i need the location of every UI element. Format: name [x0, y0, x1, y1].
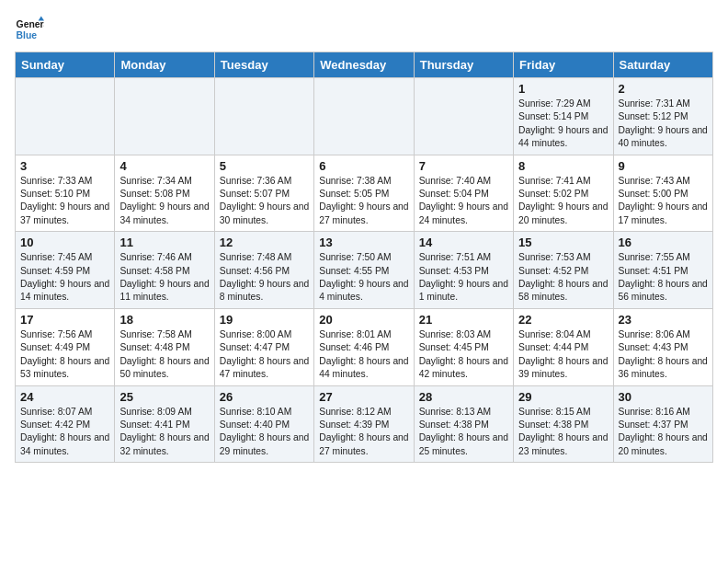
day-info: Sunrise: 7:29 AM Sunset: 5:14 PM Dayligh… [518, 98, 608, 151]
day-info: Sunrise: 7:56 AM Sunset: 4:49 PM Dayligh… [20, 328, 109, 382]
day-info: Sunrise: 7:48 AM Sunset: 4:56 PM Dayligh… [220, 251, 309, 304]
day-info: Sunrise: 7:58 AM Sunset: 4:48 PM Dayligh… [119, 328, 209, 382]
day-info: Sunrise: 7:53 AM Sunset: 4:52 PM Dayligh… [518, 251, 608, 304]
day-info: Sunrise: 8:15 AM Sunset: 4:38 PM Dayligh… [518, 406, 608, 459]
day-info: Sunrise: 7:45 AM Sunset: 4:59 PM Dayligh… [20, 251, 109, 304]
day-info: Sunrise: 7:46 AM Sunset: 4:58 PM Dayligh… [119, 251, 209, 304]
day-info: Sunrise: 8:06 AM Sunset: 4:43 PM Dayligh… [619, 328, 708, 382]
day-info: Sunrise: 8:04 AM Sunset: 4:44 PM Dayligh… [518, 328, 608, 382]
svg-marker-2 [39, 17, 44, 21]
day-number: 21 [419, 313, 508, 327]
calendar-day-cell: 2Sunrise: 7:31 AM Sunset: 5:12 PM Daylig… [613, 78, 712, 155]
calendar-day-cell [115, 78, 214, 155]
day-number: 29 [518, 390, 608, 404]
calendar-day-cell: 12Sunrise: 7:48 AM Sunset: 4:56 PM Dayli… [214, 232, 313, 309]
day-number: 8 [518, 159, 608, 173]
calendar-day-cell: 24Sunrise: 8:07 AM Sunset: 4:42 PM Dayli… [16, 385, 115, 463]
day-number: 17 [20, 313, 109, 327]
day-info: Sunrise: 8:01 AM Sunset: 4:46 PM Dayligh… [319, 328, 408, 382]
calendar-week-row: 17Sunrise: 7:56 AM Sunset: 4:49 PM Dayli… [16, 308, 713, 385]
day-number: 12 [220, 236, 309, 249]
calendar-day-cell: 15Sunrise: 7:53 AM Sunset: 4:52 PM Dayli… [514, 232, 613, 309]
day-number: 6 [319, 159, 408, 173]
day-info: Sunrise: 7:40 AM Sunset: 5:04 PM Dayligh… [419, 175, 508, 228]
calendar-day-cell: 27Sunrise: 8:12 AM Sunset: 4:39 PM Dayli… [314, 385, 414, 463]
calendar-day-cell: 6Sunrise: 7:38 AM Sunset: 5:05 PM Daylig… [314, 155, 414, 232]
day-number: 19 [220, 313, 309, 327]
day-number: 25 [119, 390, 209, 404]
day-info: Sunrise: 7:41 AM Sunset: 5:02 PM Dayligh… [518, 175, 608, 228]
svg-text:General: General [17, 19, 44, 29]
day-number: 11 [119, 236, 209, 249]
calendar-day-cell [314, 78, 414, 155]
calendar-table: SundayMondayTuesdayWednesdayThursdayFrid… [15, 52, 713, 463]
calendar-day-cell: 13Sunrise: 7:50 AM Sunset: 4:55 PM Dayli… [314, 232, 414, 309]
day-number: 24 [20, 390, 109, 404]
day-number: 2 [619, 82, 708, 96]
calendar-day-cell: 9Sunrise: 7:43 AM Sunset: 5:00 PM Daylig… [613, 155, 712, 232]
calendar-day-cell: 29Sunrise: 8:15 AM Sunset: 4:38 PM Dayli… [514, 385, 613, 463]
logo: General Blue [15, 15, 44, 44]
calendar-day-cell: 28Sunrise: 8:13 AM Sunset: 4:38 PM Dayli… [414, 385, 513, 463]
calendar-day-cell: 16Sunrise: 7:55 AM Sunset: 4:51 PM Dayli… [613, 232, 712, 309]
calendar-day-cell: 20Sunrise: 8:01 AM Sunset: 4:46 PM Dayli… [314, 308, 414, 385]
day-number: 22 [518, 313, 608, 327]
calendar-week-row: 10Sunrise: 7:45 AM Sunset: 4:59 PM Dayli… [16, 232, 713, 309]
day-number: 3 [20, 159, 109, 173]
weekday-header: Monday [115, 52, 214, 78]
day-number: 7 [419, 159, 508, 173]
calendar-day-cell: 19Sunrise: 8:00 AM Sunset: 4:47 PM Dayli… [214, 308, 313, 385]
day-number: 16 [619, 236, 708, 249]
calendar-day-cell [16, 78, 115, 155]
weekday-header: Saturday [613, 52, 712, 78]
calendar-day-cell: 3Sunrise: 7:33 AM Sunset: 5:10 PM Daylig… [16, 155, 115, 232]
day-info: Sunrise: 7:55 AM Sunset: 4:51 PM Dayligh… [619, 251, 708, 304]
day-info: Sunrise: 8:09 AM Sunset: 4:41 PM Dayligh… [119, 406, 209, 459]
calendar-day-cell: 4Sunrise: 7:34 AM Sunset: 5:08 PM Daylig… [115, 155, 214, 232]
calendar-week-row: 1Sunrise: 7:29 AM Sunset: 5:14 PM Daylig… [16, 78, 713, 155]
calendar-day-cell: 7Sunrise: 7:40 AM Sunset: 5:04 PM Daylig… [414, 155, 513, 232]
day-info: Sunrise: 8:03 AM Sunset: 4:45 PM Dayligh… [419, 328, 508, 382]
day-number: 13 [319, 236, 408, 249]
day-info: Sunrise: 8:10 AM Sunset: 4:40 PM Dayligh… [220, 406, 309, 459]
day-info: Sunrise: 8:13 AM Sunset: 4:38 PM Dayligh… [419, 406, 508, 459]
calendar-day-cell: 23Sunrise: 8:06 AM Sunset: 4:43 PM Dayli… [613, 308, 712, 385]
calendar-day-cell: 21Sunrise: 8:03 AM Sunset: 4:45 PM Dayli… [414, 308, 513, 385]
weekday-header: Friday [514, 52, 613, 78]
day-info: Sunrise: 7:33 AM Sunset: 5:10 PM Dayligh… [20, 175, 109, 228]
calendar-day-cell [214, 78, 313, 155]
calendar-day-cell: 5Sunrise: 7:36 AM Sunset: 5:07 PM Daylig… [214, 155, 313, 232]
day-info: Sunrise: 8:00 AM Sunset: 4:47 PM Dayligh… [220, 328, 309, 382]
day-info: Sunrise: 8:16 AM Sunset: 4:37 PM Dayligh… [619, 406, 708, 459]
calendar-day-cell: 8Sunrise: 7:41 AM Sunset: 5:02 PM Daylig… [514, 155, 613, 232]
day-number: 9 [619, 159, 708, 173]
calendar-day-cell: 17Sunrise: 7:56 AM Sunset: 4:49 PM Dayli… [16, 308, 115, 385]
day-info: Sunrise: 8:07 AM Sunset: 4:42 PM Dayligh… [20, 406, 109, 459]
calendar-day-cell: 14Sunrise: 7:51 AM Sunset: 4:53 PM Dayli… [414, 232, 513, 309]
day-number: 4 [119, 159, 209, 173]
day-info: Sunrise: 8:12 AM Sunset: 4:39 PM Dayligh… [319, 406, 408, 459]
weekday-header: Tuesday [214, 52, 313, 78]
weekday-header: Wednesday [314, 52, 414, 78]
day-number: 14 [419, 236, 508, 249]
day-number: 15 [518, 236, 608, 249]
day-info: Sunrise: 7:34 AM Sunset: 5:08 PM Dayligh… [119, 175, 209, 228]
calendar-day-cell: 25Sunrise: 8:09 AM Sunset: 4:41 PM Dayli… [115, 385, 214, 463]
day-info: Sunrise: 7:50 AM Sunset: 4:55 PM Dayligh… [319, 251, 408, 304]
calendar-day-cell: 18Sunrise: 7:58 AM Sunset: 4:48 PM Dayli… [115, 308, 214, 385]
day-number: 30 [619, 390, 708, 404]
day-number: 26 [220, 390, 309, 404]
day-info: Sunrise: 7:51 AM Sunset: 4:53 PM Dayligh… [419, 251, 508, 304]
day-info: Sunrise: 7:36 AM Sunset: 5:07 PM Dayligh… [220, 175, 309, 228]
day-number: 20 [319, 313, 408, 327]
day-number: 10 [20, 236, 109, 249]
weekday-header: Thursday [414, 52, 513, 78]
day-info: Sunrise: 7:43 AM Sunset: 5:00 PM Dayligh… [619, 175, 708, 228]
calendar-day-cell: 10Sunrise: 7:45 AM Sunset: 4:59 PM Dayli… [16, 232, 115, 309]
day-number: 23 [619, 313, 708, 327]
calendar-day-cell: 30Sunrise: 8:16 AM Sunset: 4:37 PM Dayli… [613, 385, 712, 463]
day-number: 18 [119, 313, 209, 327]
day-number: 27 [319, 390, 408, 404]
calendar-day-cell [414, 78, 513, 155]
day-info: Sunrise: 7:31 AM Sunset: 5:12 PM Dayligh… [619, 98, 708, 151]
